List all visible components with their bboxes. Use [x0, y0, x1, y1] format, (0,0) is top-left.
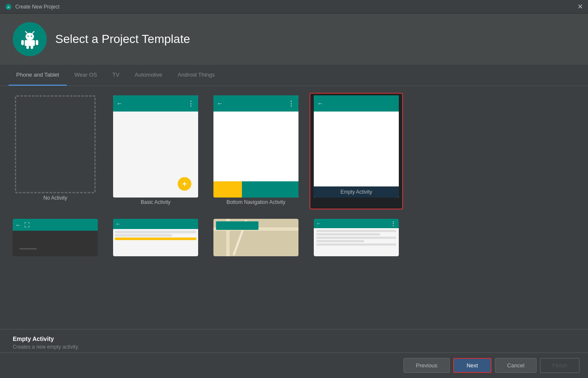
tab-wear-os[interactable]: Wear OS — [67, 65, 105, 86]
tab-phone-tablet[interactable]: Phone and Tablet — [9, 65, 67, 86]
master-detail-mockup: ← — [113, 219, 198, 256]
tab-automotive[interactable]: Automotive — [127, 65, 170, 86]
empty-activity-label: Empty Activity — [341, 189, 372, 195]
svg-text:A: A — [7, 5, 10, 9]
svg-rect-12 — [31, 46, 33, 49]
svg-rect-10 — [36, 40, 38, 45]
svg-rect-11 — [26, 46, 29, 49]
scroll-body — [314, 228, 399, 256]
bottom-nav-label: Bottom Navigation Activity — [227, 198, 286, 207]
basic-topbar: ← ⋮ — [113, 95, 198, 112]
no-activity-preview — [15, 95, 96, 193]
empty-activity-preview: ← Empty Activity — [314, 95, 399, 198]
master-detail-preview: ← — [113, 219, 198, 256]
back-icon: ← — [116, 100, 122, 107]
scrolling-mockup: ← ⋮ — [314, 219, 399, 256]
bottom-nav-body — [213, 112, 298, 181]
empty-topbar: ← — [314, 95, 399, 112]
template-basic-activity[interactable]: ← ⋮ + Basic Activity — [109, 93, 202, 209]
template-row-2: ← ⛶ ← — [9, 216, 579, 259]
maps-preview — [213, 219, 298, 256]
template-master-detail[interactable]: ← — [109, 216, 202, 259]
template-scrolling[interactable]: ← ⋮ — [310, 216, 403, 259]
fullscreen-body — [13, 231, 98, 256]
back-icon-4: ← — [15, 222, 21, 228]
tab-tv[interactable]: TV — [105, 65, 127, 86]
title-bar-title: Create New Project — [15, 4, 60, 10]
back-icon-2: ← — [217, 100, 223, 107]
selected-template-title: Empty Activity — [13, 335, 575, 342]
selected-template-desc: Creates a new empty activity. — [13, 344, 575, 350]
android-logo-svg — [18, 27, 42, 51]
svg-point-3 — [26, 33, 34, 40]
empty-body — [314, 112, 399, 186]
cancel-button[interactable]: Cancel — [495, 358, 537, 373]
template-row-1: No Activity ← ⋮ + Basic Activity — [9, 93, 579, 209]
dialog-title: Select a Project Template — [55, 32, 190, 46]
fullscreen-bar — [20, 248, 37, 249]
fullscreen-mockup: ← ⛶ — [13, 219, 98, 256]
scroll-topbar: ← ⋮ — [314, 219, 399, 228]
basic-body: + — [113, 112, 198, 198]
fullscreen-expand-icon: ⛶ — [24, 222, 30, 228]
title-bar: A Create New Project ✕ — [0, 0, 588, 14]
svg-rect-9 — [21, 40, 24, 45]
md-topbar: ← — [113, 219, 198, 229]
finish-button[interactable]: Finish — [540, 358, 579, 373]
bottom-nav-topbar: ← ⋮ — [213, 95, 298, 112]
more-icon: ⋮ — [187, 100, 195, 108]
no-activity-label: No Activity — [43, 193, 67, 203]
maps-mockup — [213, 219, 298, 256]
dialog-content: Select a Project Template Phone and Tabl… — [0, 14, 588, 378]
bottom-nav-bar — [213, 181, 298, 198]
next-button[interactable]: Next — [453, 358, 491, 373]
scroll-back-icon: ← — [316, 221, 321, 226]
more-icon-2: ⋮ — [288, 100, 295, 108]
svg-rect-8 — [25, 40, 35, 46]
footer: Previous Next Cancel Finish — [0, 352, 588, 378]
scrolling-preview: ← ⋮ — [314, 219, 399, 256]
maps-topbar — [216, 221, 258, 230]
android-logo — [13, 22, 47, 56]
selected-label-bar: Empty Activity — [314, 186, 399, 198]
scroll-more-icon: ⋮ — [390, 220, 396, 227]
fullscreen-topbar: ← ⛶ — [13, 219, 98, 231]
close-button[interactable]: ✕ — [577, 3, 583, 10]
tab-android-things[interactable]: Android Things — [170, 65, 222, 86]
app-icon: A — [5, 3, 12, 10]
basic-activity-label: Basic Activity — [141, 198, 170, 207]
back-icon-3: ← — [317, 100, 323, 107]
previous-button[interactable]: Previous — [403, 358, 450, 373]
svg-point-4 — [28, 36, 29, 37]
fullscreen-preview: ← ⛶ — [13, 219, 98, 256]
bottom-info: Empty Activity Creates a new empty activ… — [0, 329, 588, 352]
template-bottom-nav[interactable]: ← ⋮ Bottom Navigation Activity — [209, 93, 303, 209]
md-body — [113, 229, 198, 256]
template-no-activity[interactable]: No Activity — [9, 93, 102, 209]
bottom-nav-preview: ← ⋮ — [213, 95, 298, 198]
fab-icon: + — [178, 177, 191, 191]
tabs-bar: Phone and Tablet Wear OS TV Automotive A… — [0, 65, 588, 86]
basic-activity-preview: ← ⋮ + — [113, 95, 198, 198]
title-bar-left: A Create New Project — [5, 3, 60, 10]
nav-item-1 — [213, 181, 242, 198]
template-empty-activity[interactable]: ← Empty Activity — [310, 93, 403, 209]
template-grid: No Activity ← ⋮ + Basic Activity — [0, 86, 588, 329]
template-maps[interactable] — [209, 216, 303, 259]
svg-point-5 — [31, 36, 32, 37]
header: Select a Project Template — [0, 14, 588, 65]
template-fullscreen[interactable]: ← ⛶ — [9, 216, 102, 259]
md-back-icon: ← — [116, 221, 121, 227]
